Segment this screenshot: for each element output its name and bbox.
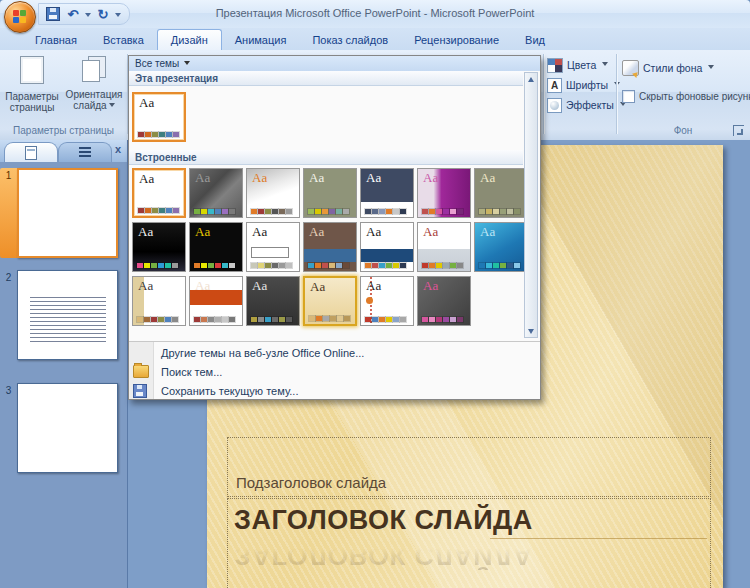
browse-themes-icon xyxy=(133,365,149,378)
шрифты-button[interactable]: AШрифты xyxy=(547,76,620,94)
redo-button[interactable]: ↻ xyxy=(95,6,111,22)
hide-background-label: Скрыть фоновые рисунки xyxy=(639,91,750,102)
themes-row: AaAaAaAaAaAaAa xyxy=(132,168,531,218)
theme-thumbnail[interactable]: Aa xyxy=(360,168,414,218)
scroll-up-icon[interactable] xyxy=(525,73,537,85)
background-styles-icon xyxy=(622,60,639,76)
button-label-line: Параметры xyxy=(5,91,58,102)
dropdown-arrow-icon xyxy=(109,103,115,110)
tab-slides[interactable] xyxy=(4,142,58,162)
powerpoint-window: ↶ ↻ Презентация Microsoft Office PowerPo… xyxy=(0,0,750,588)
theme-thumbnail[interactable]: Aa xyxy=(303,222,357,272)
theme-thumbnail[interactable]: Aa xyxy=(417,222,471,272)
redo-icon: ↻ xyxy=(98,8,109,21)
current-theme-row: Aa xyxy=(132,92,189,142)
theme-thumbnail[interactable]: Aa xyxy=(189,276,243,326)
gallery-menu-item[interactable]: Другие темы на веб-узле Office Online... xyxy=(129,343,540,362)
цвета-button[interactable]: Цвета xyxy=(547,56,608,74)
theme-aa-sample: Aa xyxy=(138,278,153,294)
theme-thumbnail[interactable]: Aa xyxy=(474,168,528,218)
theme-thumbnail[interactable]: Aa xyxy=(417,168,471,218)
gallery-menu-item[interactable]: Сохранить текущую тему... xyxy=(129,381,540,400)
themes-row: AaAaAaAaAaAa xyxy=(132,276,474,326)
gallery-menu-item[interactable]: Поиск тем... xyxy=(129,362,540,381)
slide-thumbnail-row: 1 xyxy=(0,168,128,258)
theme-thumbnail[interactable]: Aa xyxy=(474,222,528,272)
theme-thumbnail[interactable]: Aa xyxy=(132,222,186,272)
theme-thumbnail[interactable]: Aa xyxy=(246,168,300,218)
undo-button[interactable]: ↶ xyxy=(65,6,81,22)
theme-thumbnail[interactable]: Aa xyxy=(360,276,414,326)
theme-thumbnail[interactable]: Aa xyxy=(417,276,471,326)
page-setup-button[interactable]: Параметры страницы xyxy=(2,54,62,120)
theme-thumbnail[interactable]: Aa xyxy=(189,168,243,218)
ribbon-tab[interactable]: Дизайн xyxy=(157,29,222,50)
all-themes-header[interactable]: Все темы xyxy=(129,56,540,71)
theme-aa-sample: Aa xyxy=(366,278,381,294)
theme-thumbnail[interactable]: Aa xyxy=(132,92,186,142)
ribbon-tab[interactable]: Главная xyxy=(22,30,90,50)
theme-color-dots xyxy=(251,317,292,322)
office-button[interactable] xyxy=(4,1,36,33)
theme-decoration xyxy=(361,249,413,262)
theme-color-dots xyxy=(194,209,235,214)
theme-aa-sample: Aa xyxy=(252,224,267,240)
background-styles-button[interactable]: Стили фона xyxy=(622,60,714,76)
theme-thumbnail[interactable]: Aa xyxy=(132,276,186,326)
panel-tab-bar: x xyxy=(0,140,127,162)
theme-aa-sample: Aa xyxy=(138,224,153,240)
title-placeholder[interactable]: ЗАГОЛОВОК СЛАЙДА ЗАГОЛОВОК СЛАЙДА xyxy=(227,498,711,588)
tool-label: Эффекты xyxy=(566,99,614,111)
эффекты-button[interactable]: Эффекты xyxy=(547,96,626,114)
slide-thumbnail[interactable] xyxy=(17,383,118,473)
slide-number: 3 xyxy=(0,383,17,473)
tab-outline[interactable] xyxy=(58,142,112,162)
theme-colors-icon xyxy=(547,58,563,73)
ribbon-tab[interactable]: Вид xyxy=(512,30,558,50)
theme-thumbnail[interactable]: Aa xyxy=(303,276,357,326)
theme-color-dots xyxy=(479,209,520,214)
undo-icon: ↶ xyxy=(68,8,79,21)
theme-color-dots xyxy=(194,263,235,268)
slide-thumbnail[interactable] xyxy=(17,270,118,360)
theme-aa-sample: Aa xyxy=(139,171,154,187)
ribbon-tab[interactable]: Вставка xyxy=(90,30,157,50)
theme-aa-sample: Aa xyxy=(195,278,210,294)
slide-orientation-button[interactable]: Ориентация слайда xyxy=(64,54,124,120)
ribbon-tab[interactable]: Показ слайдов xyxy=(299,30,401,50)
theme-thumbnail[interactable]: Aa xyxy=(189,222,243,272)
theme-aa-sample: Aa xyxy=(480,224,495,240)
gallery-scrollbar[interactable] xyxy=(524,72,538,338)
theme-color-dots xyxy=(308,263,349,268)
ribbon-tab[interactable]: Рецензирование xyxy=(401,30,512,50)
theme-color-dots xyxy=(365,209,406,214)
theme-thumbnail[interactable]: Aa xyxy=(360,222,414,272)
hide-background-checkbox[interactable] xyxy=(622,90,635,103)
scroll-down-icon[interactable] xyxy=(525,325,537,337)
background-dialog-launcher-icon[interactable] xyxy=(733,125,744,136)
slides-panel: x 123 xyxy=(0,140,128,588)
theme-thumbnail[interactable]: Aa xyxy=(246,276,300,326)
subtitle-placeholder[interactable]: Подзаголовок слайда xyxy=(227,437,711,497)
group-separator xyxy=(616,54,617,134)
theme-thumbnail[interactable]: Aa xyxy=(132,168,186,218)
theme-color-dots xyxy=(422,209,463,214)
theme-aa-sample: Aa xyxy=(480,170,495,186)
close-panel-button[interactable]: x xyxy=(115,144,121,155)
button-label-line: Ориентация xyxy=(66,89,123,100)
theme-color-dots xyxy=(137,317,178,322)
thumbnail-text-preview xyxy=(30,297,106,345)
save-button[interactable] xyxy=(45,6,61,22)
gallery-menu: Другие темы на веб-узле Office Online...… xyxy=(129,341,540,399)
theme-thumbnail[interactable]: Aa xyxy=(303,168,357,218)
ribbon-tab[interactable]: Анимация xyxy=(222,30,300,50)
slide-thumbnail[interactable] xyxy=(17,168,118,258)
title-decoration-line xyxy=(490,538,707,539)
undo-dropdown-arrow-icon[interactable] xyxy=(85,13,91,20)
theme-thumbnail[interactable]: Aa xyxy=(246,222,300,272)
button-label-line: страницы xyxy=(10,102,55,113)
theme-aa-sample: Aa xyxy=(252,278,267,294)
theme-aa-sample: Aa xyxy=(366,224,381,240)
title-reflection: ЗАГОЛОВОК СЛАЙДА xyxy=(234,539,533,570)
ribbon-tab-bar: ГлавнаяВставкаДизайнАнимацияПоказ слайдо… xyxy=(0,28,750,50)
